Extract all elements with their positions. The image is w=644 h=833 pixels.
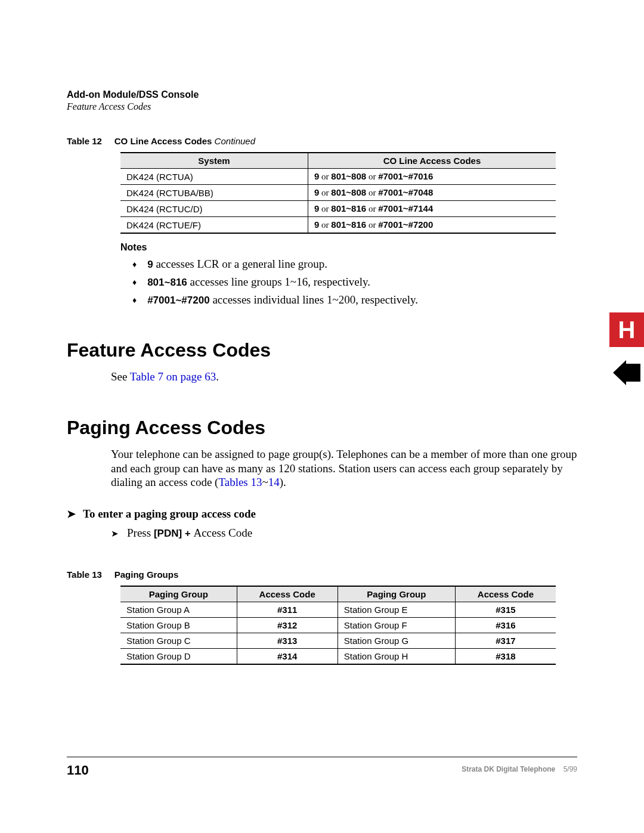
table-row: Station Group C#313Station Group G#317: [120, 633, 556, 649]
caption-suffix: Continued: [215, 136, 255, 146]
note-item: ♦9 accesses LCR or a general line group.: [132, 258, 577, 271]
note-text: 801~816 accesses line groups 1~16, respe…: [147, 275, 370, 289]
page-number: 110: [67, 763, 89, 778]
procedure-heading-text: To enter a paging group access code: [83, 507, 256, 521]
t12-code-cell: 9 or 801~808 or #7001~#7016: [308, 169, 556, 185]
t12-header-codes: CO Line Access Codes: [308, 153, 556, 169]
notes-list: ♦9 accesses LCR or a general line group.…: [132, 258, 577, 306]
feature-access-codes-heading: Feature Access Codes: [67, 339, 577, 361]
t13-header-pg1: Paging Group: [120, 586, 237, 602]
feature-para-pre: See: [111, 370, 130, 383]
t13-header-pg2: Paging Group: [338, 586, 455, 602]
t13-code-cell: #316: [455, 618, 556, 633]
feature-para-post: .: [216, 370, 219, 383]
svg-marker-0: [613, 360, 640, 385]
step-post: Access Code: [193, 527, 252, 539]
table12-caption: Table 12 CO Line Access Codes Continued: [67, 136, 577, 146]
table7-link[interactable]: Table 7 on page 63: [130, 370, 216, 383]
table14-link[interactable]: 14: [268, 476, 280, 488]
t12-code-cell: 9 or 801~808 or #7001~#7048: [308, 185, 556, 201]
note-text: #7001~#7200 accesses individual lines 1~…: [147, 293, 418, 306]
t12-system-cell: DK424 (RCTUBA/BB): [120, 185, 308, 201]
paging-para-tilde: ~: [262, 476, 268, 488]
paging-access-codes-heading: Paging Access Codes: [67, 417, 577, 439]
table-row: DK424 (RCTUA)9 or 801~808 or #7001~#7016: [120, 169, 556, 185]
table-row: DK424 (RCTUC/D)9 or 801~816 or #7001~#71…: [120, 201, 556, 217]
header-chapter: Add-on Module/DSS Console: [67, 89, 577, 100]
t13-group-cell: Station Group H: [338, 649, 455, 665]
t13-group-cell: Station Group F: [338, 618, 455, 633]
t13-caption-title: Paging Groups: [114, 569, 179, 580]
t13-code-cell: #314: [237, 649, 338, 665]
table-row: Station Group A#311Station Group E#315: [120, 602, 556, 618]
t12-header-system: System: [120, 153, 308, 169]
tables13-link[interactable]: Tables 13: [218, 476, 262, 488]
note-item: ♦#7001~#7200 accesses individual lines 1…: [132, 293, 577, 306]
t13-code-cell: #315: [455, 602, 556, 618]
t13-group-cell: Station Group D: [120, 649, 237, 665]
t13-group-cell: Station Group A: [120, 602, 237, 618]
side-tab-letter[interactable]: H: [609, 312, 644, 347]
step-pre: Press: [127, 527, 154, 539]
notes-heading: Notes: [120, 242, 577, 253]
bullet-diamond-icon: ♦: [132, 295, 137, 305]
footer-label: Strata DK Digital Telephone 5/99: [462, 765, 577, 773]
feature-para: See Table 7 on page 63.: [111, 370, 577, 384]
step-plus: +: [182, 528, 193, 539]
pdn-key: [PDN]: [154, 528, 182, 539]
t13-group-cell: Station Group E: [338, 602, 455, 618]
t13-header-ac1: Access Code: [237, 586, 338, 602]
procedure-step: ➤ Press [PDN] + Access Code: [111, 527, 577, 540]
t12-system-cell: DK424 (RCTUC/D): [120, 201, 308, 217]
table12: System CO Line Access Codes DK424 (RCTUA…: [120, 152, 556, 234]
paging-para: Your telephone can be assigned to page g…: [111, 447, 577, 490]
t13-group-cell: Station Group C: [120, 633, 237, 649]
caption-label: Table 12: [67, 136, 102, 146]
t13-code-cell: #312: [237, 618, 338, 633]
bullet-diamond-icon: ♦: [132, 259, 137, 269]
t13-code-cell: #317: [455, 633, 556, 649]
table-row: DK424 (RCTUE/F)9 or 801~816 or #7001~#72…: [120, 217, 556, 234]
paging-para-post: ).: [280, 476, 286, 488]
procedure-heading: ➤ To enter a paging group access code: [67, 507, 577, 521]
table-row: DK424 (RCTUBA/BB)9 or 801~808 or #7001~#…: [120, 185, 556, 201]
footer-doc-date: 5/99: [564, 765, 577, 773]
caption-title: CO Line Access Codes: [114, 136, 212, 146]
t12-code-cell: 9 or 801~816 or #7001~#7144: [308, 201, 556, 217]
paging-para-pre: Your telephone can be assigned to page g…: [111, 448, 577, 489]
t12-system-cell: DK424 (RCTUA): [120, 169, 308, 185]
t12-code-cell: 9 or 801~816 or #7001~#7200: [308, 217, 556, 234]
side-tab-arrow-icon[interactable]: [613, 360, 640, 385]
t13-header-ac2: Access Code: [455, 586, 556, 602]
table13-caption: Table 13 Paging Groups: [67, 569, 577, 580]
running-header: Add-on Module/DSS Console Feature Access…: [67, 89, 577, 112]
note-text: 9 accesses LCR or a general line group.: [147, 258, 327, 271]
footer-doc-title: Strata DK Digital Telephone: [462, 765, 555, 773]
t13-code-cell: #318: [455, 649, 556, 665]
t13-code-cell: #313: [237, 633, 338, 649]
note-item: ♦801~816 accesses line groups 1~16, resp…: [132, 275, 577, 289]
t13-group-cell: Station Group B: [120, 618, 237, 633]
t13-caption-label: Table 13: [67, 569, 102, 580]
t13-code-cell: #311: [237, 602, 338, 618]
footer-rule: [67, 757, 577, 757]
right-arrow-icon: ➤: [67, 507, 76, 521]
header-section: Feature Access Codes: [67, 101, 577, 112]
t12-system-cell: DK424 (RCTUE/F): [120, 217, 308, 234]
table-row: Station Group B#312Station Group F#316: [120, 618, 556, 633]
step-arrow-icon: ➤: [111, 528, 119, 539]
table13: Paging Group Access Code Paging Group Ac…: [120, 586, 556, 665]
bullet-diamond-icon: ♦: [132, 277, 137, 287]
document-page: Add-on Module/DSS Console Feature Access…: [0, 0, 644, 833]
table-row: Station Group D#314Station Group H#318: [120, 649, 556, 665]
t13-group-cell: Station Group G: [338, 633, 455, 649]
